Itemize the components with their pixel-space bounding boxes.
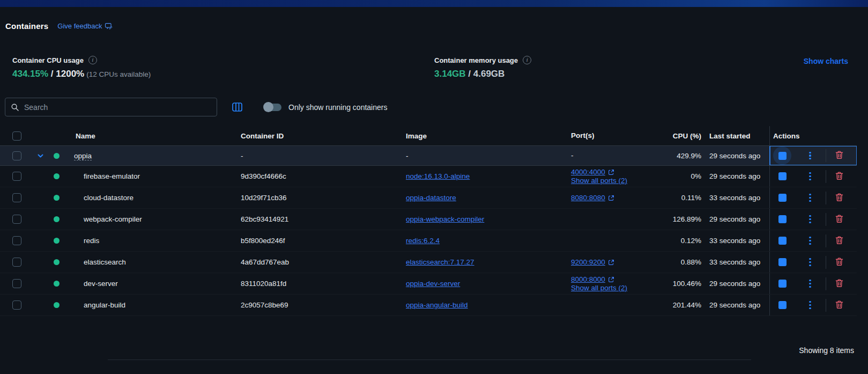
only-running-toggle[interactable] bbox=[264, 104, 281, 111]
container-ports-cell[interactable]: 8080:8080 bbox=[571, 194, 643, 202]
container-name[interactable]: oppia bbox=[74, 152, 92, 160]
column-header-name[interactable]: Name bbox=[70, 132, 241, 140]
container-image-cell[interactable]: oppia-angular-build bbox=[406, 301, 571, 309]
container-name-cell[interactable]: firebase-emulator bbox=[70, 172, 241, 180]
search-input[interactable] bbox=[24, 103, 211, 112]
search-box[interactable] bbox=[5, 98, 217, 116]
table-row[interactable]: oppia - - - 429.9% 29 seconds ago bbox=[0, 145, 857, 166]
kebab-menu-button[interactable] bbox=[805, 255, 815, 269]
table-row[interactable]: angular-build 2c9057c8be69 oppia-angular… bbox=[0, 295, 857, 316]
column-header-image[interactable]: Image bbox=[406, 132, 571, 140]
stop-button[interactable] bbox=[773, 296, 791, 314]
container-image-link[interactable]: oppia-webpack-compiler bbox=[406, 215, 484, 223]
row-checkbox[interactable] bbox=[12, 151, 21, 160]
container-name-cell[interactable]: dev-server bbox=[70, 280, 241, 288]
show-charts-link[interactable]: Show charts bbox=[804, 57, 848, 65]
container-name[interactable]: angular-build bbox=[84, 301, 125, 309]
table-row[interactable]: firebase-emulator 9d390cf4666c node:16.1… bbox=[0, 166, 857, 187]
container-name-cell[interactable]: angular-build bbox=[70, 301, 241, 309]
kebab-menu-button[interactable] bbox=[805, 170, 815, 184]
row-checkbox[interactable] bbox=[12, 300, 21, 310]
container-ports-cell[interactable]: - bbox=[571, 151, 643, 160]
stop-button[interactable] bbox=[773, 232, 791, 250]
delete-button[interactable] bbox=[835, 214, 844, 225]
column-header-container-id[interactable]: Container ID bbox=[241, 132, 406, 140]
container-image-link[interactable]: redis:6.2.4 bbox=[406, 237, 440, 245]
row-checkbox[interactable] bbox=[12, 236, 21, 245]
container-image-link[interactable]: elasticsearch:7.17.27 bbox=[406, 258, 474, 266]
container-image-cell[interactable]: - bbox=[406, 152, 571, 160]
delete-button[interactable] bbox=[835, 300, 844, 311]
kebab-menu-button[interactable] bbox=[805, 149, 815, 163]
container-image-link[interactable]: oppia-angular-build bbox=[406, 301, 468, 309]
container-name-cell[interactable]: elasticsearch bbox=[70, 258, 241, 266]
column-settings-button[interactable] bbox=[232, 101, 243, 113]
container-image-cell[interactable]: redis:6.2.4 bbox=[406, 237, 571, 245]
kebab-menu-button[interactable] bbox=[805, 212, 815, 226]
stop-button[interactable] bbox=[773, 146, 791, 165]
container-image-cell[interactable]: node:16.13.0-alpine bbox=[406, 172, 571, 180]
select-all-checkbox[interactable] bbox=[12, 131, 21, 141]
delete-button[interactable] bbox=[835, 171, 844, 182]
table-row[interactable]: webpack-compiler 62bc93414921 oppia-webp… bbox=[0, 209, 857, 230]
container-image-link[interactable]: oppia-datastore bbox=[406, 194, 456, 202]
delete-button[interactable] bbox=[835, 278, 844, 289]
row-checkbox[interactable] bbox=[12, 258, 21, 267]
container-image-link[interactable]: oppia-dev-server bbox=[406, 280, 460, 288]
column-header-last-started[interactable]: Last started bbox=[701, 132, 769, 140]
kebab-menu-button[interactable] bbox=[805, 277, 815, 291]
row-checkbox[interactable] bbox=[12, 215, 21, 224]
kebab-menu-button[interactable] bbox=[805, 234, 815, 248]
container-name-cell[interactable]: cloud-datastore bbox=[70, 194, 241, 202]
container-image-cell[interactable]: oppia-dev-server bbox=[406, 280, 571, 288]
trash-icon bbox=[835, 236, 844, 245]
container-name[interactable]: webpack-compiler bbox=[84, 215, 142, 223]
kebab-menu-button[interactable] bbox=[805, 298, 815, 312]
container-name[interactable]: elasticsearch bbox=[84, 258, 126, 266]
kebab-menu-button[interactable] bbox=[805, 191, 815, 205]
column-header-cpu[interactable]: CPU (%) bbox=[643, 132, 701, 140]
container-name[interactable]: firebase-emulator bbox=[84, 172, 140, 180]
stop-button[interactable] bbox=[773, 210, 791, 229]
port-link[interactable]: Show all ports (2) bbox=[571, 177, 627, 185]
port-link[interactable]: Show all ports (2) bbox=[571, 284, 627, 292]
container-image-cell[interactable]: oppia-webpack-compiler bbox=[406, 215, 571, 223]
delete-button[interactable] bbox=[835, 193, 844, 203]
row-checkbox[interactable] bbox=[12, 279, 21, 288]
table-row[interactable]: dev-server 8311020a81fd oppia-dev-server… bbox=[0, 273, 857, 295]
port-link[interactable]: 4000:4000 bbox=[571, 168, 605, 177]
container-ports-cell[interactable]: 8000:8000Show all ports (2) bbox=[571, 275, 643, 292]
container-name-cell[interactable]: webpack-compiler bbox=[70, 215, 241, 223]
memory-info-icon[interactable]: i bbox=[523, 56, 531, 64]
cpu-info-icon[interactable]: i bbox=[88, 56, 97, 64]
running-status-dot bbox=[54, 302, 60, 308]
container-image-link[interactable]: node:16.13.0-alpine bbox=[406, 172, 470, 180]
chevron-down-icon[interactable] bbox=[36, 152, 44, 160]
port-link[interactable]: 9200:9200 bbox=[571, 258, 605, 267]
container-name[interactable]: cloud-datastore bbox=[84, 194, 133, 202]
container-ports-cell[interactable]: 4000:4000Show all ports (2) bbox=[571, 168, 643, 185]
column-header-ports[interactable]: Port(s) bbox=[571, 131, 643, 140]
container-ports-cell[interactable]: 9200:9200 bbox=[571, 258, 643, 267]
stop-button[interactable] bbox=[773, 253, 791, 272]
give-feedback-link[interactable]: Give feedback bbox=[57, 22, 113, 30]
row-checkbox[interactable] bbox=[12, 172, 21, 181]
delete-button[interactable] bbox=[835, 150, 844, 161]
stop-button[interactable] bbox=[773, 189, 791, 207]
container-name[interactable]: dev-server bbox=[84, 280, 118, 288]
stop-button[interactable] bbox=[773, 275, 791, 293]
container-name-cell[interactable]: redis bbox=[70, 237, 241, 245]
stop-button[interactable] bbox=[773, 167, 791, 186]
row-checkbox[interactable] bbox=[12, 193, 21, 202]
container-image-cell[interactable]: elasticsearch:7.17.27 bbox=[406, 258, 571, 266]
table-row[interactable]: elasticsearch 4a67dd767eab elasticsearch… bbox=[0, 252, 857, 273]
port-link[interactable]: 8080:8080 bbox=[571, 194, 605, 202]
delete-button[interactable] bbox=[835, 257, 844, 268]
container-image-cell[interactable]: oppia-datastore bbox=[406, 194, 571, 202]
table-row[interactable]: redis b5f800ed246f redis:6.2.4 0.12% 33 … bbox=[0, 230, 857, 252]
container-name-cell[interactable]: oppia bbox=[70, 152, 241, 160]
delete-button[interactable] bbox=[835, 236, 844, 246]
port-link[interactable]: 8000:8000 bbox=[571, 275, 605, 284]
container-name[interactable]: redis bbox=[84, 237, 99, 245]
table-row[interactable]: cloud-datastore 10d29f71cb36 oppia-datas… bbox=[0, 187, 857, 209]
